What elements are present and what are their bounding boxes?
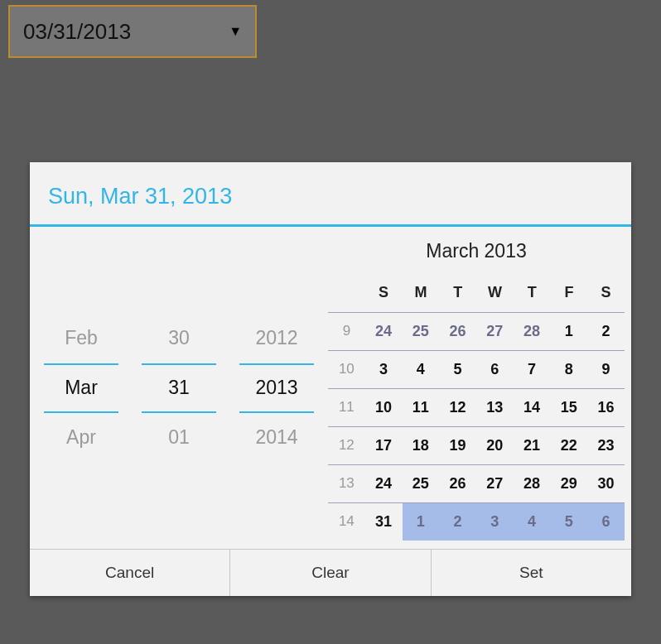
- calendar-day[interactable]: 25: [403, 312, 440, 350]
- calendar-weekno: 13: [328, 464, 365, 502]
- cancel-button[interactable]: Cancel: [30, 550, 229, 596]
- calendar-day[interactable]: 1: [551, 312, 588, 350]
- calendar-day[interactable]: 5: [551, 502, 588, 541]
- calendar-day[interactable]: 3: [476, 502, 514, 541]
- calendar-dow: S: [365, 274, 403, 312]
- spinners: Feb Mar Apr 30 31 01 2012 2013 2014: [30, 227, 328, 549]
- calendar-day[interactable]: 24: [365, 312, 403, 350]
- calendar-day[interactable]: 25: [403, 464, 440, 502]
- calendar-day[interactable]: 31: [365, 502, 403, 541]
- calendar-day[interactable]: 7: [514, 350, 551, 388]
- calendar-day[interactable]: 13: [476, 388, 514, 426]
- calendar-dow: T: [514, 274, 551, 312]
- calendar-day[interactable]: 24: [365, 464, 403, 502]
- calendar-day[interactable]: 10: [365, 388, 403, 426]
- month-spinner[interactable]: Feb Mar Apr: [44, 314, 118, 463]
- month-next[interactable]: Apr: [44, 413, 118, 463]
- calendar-title: March 2013: [328, 235, 625, 274]
- dialog-header: Sun, Mar 31, 2013: [30, 162, 631, 227]
- month-prev[interactable]: Feb: [44, 314, 118, 363]
- calendar-day[interactable]: 3: [365, 350, 403, 388]
- calendar-day[interactable]: 21: [514, 426, 551, 464]
- calendar-day[interactable]: 8: [551, 350, 588, 388]
- calendar-day[interactable]: 26: [439, 464, 476, 502]
- day-next[interactable]: 01: [142, 413, 216, 463]
- calendar-day[interactable]: 29: [551, 464, 588, 502]
- calendar-dow: S: [587, 274, 625, 312]
- date-input[interactable]: 03/31/2013 ▼: [8, 5, 257, 58]
- day-prev[interactable]: 30: [142, 314, 216, 363]
- calendar-day[interactable]: 4: [514, 502, 551, 541]
- calendar-day[interactable]: 26: [439, 312, 476, 350]
- calendar-day[interactable]: 11: [403, 388, 440, 426]
- calendar-weekno: 12: [328, 426, 365, 464]
- calendar-dow: T: [439, 274, 476, 312]
- calendar-day[interactable]: 9: [587, 350, 625, 388]
- date-picker-dialog: Sun, Mar 31, 2013 Feb Mar Apr 30 31 01 2…: [30, 162, 631, 596]
- calendar-day[interactable]: 30: [587, 464, 625, 502]
- date-input-value: 03/31/2013: [23, 19, 131, 45]
- month-cur[interactable]: Mar: [44, 363, 118, 413]
- calendar-day[interactable]: 16: [587, 388, 625, 426]
- calendar-day[interactable]: 20: [476, 426, 514, 464]
- calendar-day[interactable]: 19: [439, 426, 476, 464]
- year-cur[interactable]: 2013: [239, 363, 314, 413]
- calendar-day[interactable]: 2: [587, 312, 625, 350]
- calendar-day[interactable]: 12: [439, 388, 476, 426]
- calendar-day[interactable]: 17: [365, 426, 403, 464]
- calendar-weekno: 10: [328, 350, 365, 388]
- year-spinner[interactable]: 2012 2013 2014: [239, 314, 314, 463]
- calendar-day[interactable]: 15: [551, 388, 588, 426]
- calendar-day[interactable]: 5: [439, 350, 476, 388]
- day-spinner[interactable]: 30 31 01: [142, 314, 216, 463]
- dialog-body: Feb Mar Apr 30 31 01 2012 2013 2014 Marc…: [30, 227, 631, 549]
- year-prev[interactable]: 2012: [239, 314, 314, 363]
- calendar-day[interactable]: 28: [514, 464, 551, 502]
- calendar-day[interactable]: 22: [551, 426, 588, 464]
- calendar-dow: F: [551, 274, 588, 312]
- calendar-grid: SMTWTFS924252627281210345678911101112131…: [328, 274, 625, 541]
- calendar-dow: M: [403, 274, 440, 312]
- calendar-day[interactable]: 6: [476, 350, 514, 388]
- calendar-day[interactable]: 23: [587, 426, 625, 464]
- calendar-day[interactable]: 4: [403, 350, 440, 388]
- calendar-day[interactable]: 14: [514, 388, 551, 426]
- dropdown-icon: ▼: [229, 24, 242, 39]
- year-next[interactable]: 2014: [239, 413, 314, 463]
- calendar-day[interactable]: 28: [514, 312, 551, 350]
- calendar-day[interactable]: 6: [587, 502, 625, 541]
- calendar-day[interactable]: 2: [439, 502, 476, 541]
- day-cur[interactable]: 31: [142, 363, 216, 413]
- calendar-weekno: 11: [328, 388, 365, 426]
- calendar-day[interactable]: 27: [476, 464, 514, 502]
- calendar-dow: W: [476, 274, 514, 312]
- calendar-day[interactable]: 27: [476, 312, 514, 350]
- clear-button[interactable]: Clear: [229, 550, 430, 596]
- calendar: March 2013 SMTWTFS9242526272812103456789…: [328, 227, 631, 549]
- calendar-day[interactable]: 18: [403, 426, 440, 464]
- calendar-weekno-header: [328, 274, 365, 312]
- dialog-footer: Cancel Clear Set: [30, 549, 631, 596]
- calendar-day[interactable]: 1: [403, 502, 440, 541]
- dialog-header-text: Sun, Mar 31, 2013: [48, 184, 613, 209]
- set-button[interactable]: Set: [431, 550, 631, 596]
- calendar-weekno: 9: [328, 312, 365, 350]
- calendar-weekno: 14: [328, 502, 365, 541]
